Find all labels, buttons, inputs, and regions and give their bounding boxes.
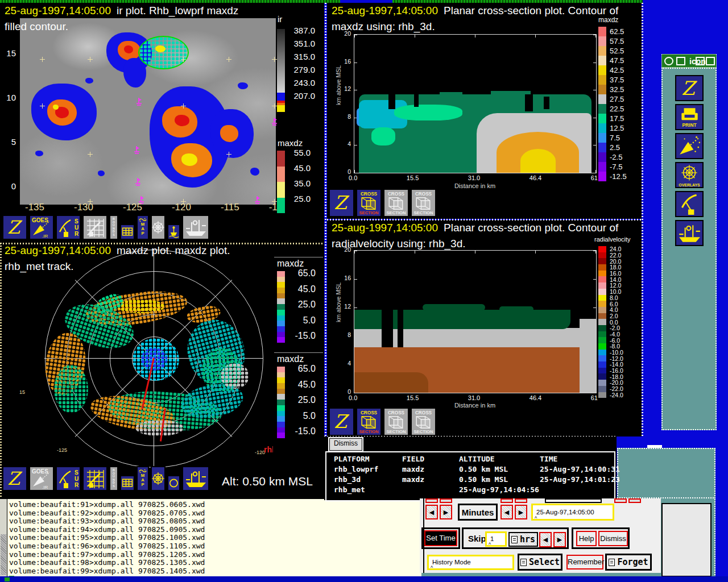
circle-button[interactable] — [167, 475, 180, 491]
colorbar-value: 22.5 — [606, 105, 624, 113]
contour-notch — [398, 310, 403, 347]
ship-button[interactable] — [675, 220, 704, 246]
colorbar-segment — [277, 411, 285, 417]
colorbar-swatch — [598, 271, 606, 277]
xsection-maxdz-plot[interactable] — [354, 34, 597, 173]
bounds-button[interactable]: BOUNDS — [109, 466, 118, 491]
remember-button[interactable]: Remember — [566, 555, 603, 569]
datetime-field[interactable]: 25-Aug-97,14:05:00 ^ — [531, 504, 614, 521]
minutes-back-button[interactable]: ◀ — [425, 505, 438, 519]
hours-units-button[interactable]: hrs — [508, 532, 538, 547]
colorbar-value: 17.5 — [606, 114, 624, 123]
zebra-button[interactable]: Z — [2, 215, 27, 240]
overlays-button[interactable]: OVERLAYS — [675, 162, 704, 188]
set-time-button[interactable]: Set Time — [424, 530, 457, 546]
ir-satellite-image[interactable] — [20, 18, 276, 205]
bounds-button[interactable]: BOUNDS — [109, 215, 118, 240]
colorbar-segment — [277, 315, 285, 321]
select-button[interactable]: Select — [518, 554, 562, 571]
colorbar-segment — [277, 427, 285, 433]
title-timestamp: 25-aug-1997,14:05:00 — [5, 244, 111, 256]
map-button[interactable]: MAP — [136, 215, 149, 240]
ppi-display[interactable]: 15 -125 -120 rhb_met — [0, 243, 273, 498]
window-menu-icon[interactable] — [664, 57, 673, 65]
xsection-radialvelocity-plot[interactable] — [354, 250, 597, 393]
window-subtitle: filled contour. — [5, 20, 68, 33]
skip-back-button[interactable]: ◀ — [539, 532, 552, 547]
cross-section-button[interactable]: CROSSSECTION — [411, 408, 436, 436]
table-cell: TIME — [540, 455, 614, 465]
ship-button[interactable] — [182, 466, 209, 491]
window-doc-icon[interactable] — [676, 57, 685, 65]
overlay-rings-button[interactable] — [151, 466, 166, 491]
zebra-icon: Z — [676, 76, 702, 100]
cross-section-button[interactable]: CROSSSECTION — [383, 408, 409, 436]
terminal-line: volume:beaufait:92>xdump.all 970825.0705… — [9, 509, 205, 518]
history-mode-field[interactable]: History Mode ^ — [427, 555, 514, 570]
colorbar-value: -7.5 — [606, 163, 622, 171]
terminal-window[interactable]: volume:beaufait:91>xdump.all 970825.0605… — [0, 498, 421, 577]
window-resize-icon[interactable] — [706, 57, 715, 65]
svg-text:SECTION: SECTION — [413, 430, 433, 435]
goes-ir-button[interactable]: GOES.IR — [29, 466, 54, 491]
skip-value-field[interactable]: 1 ^ — [485, 531, 507, 547]
radar-dish-button[interactable] — [675, 191, 704, 217]
colorbar-segment — [277, 405, 285, 411]
zebra-button[interactable]: Z — [329, 408, 354, 436]
table-cell: ALTITUDE — [459, 455, 540, 465]
icon-dock-titlebar[interactable]: icon — [661, 54, 717, 68]
svg-text:Z: Z — [7, 217, 23, 238]
overlay-rings-button[interactable] — [151, 215, 166, 240]
tick-label: 279.0 — [288, 65, 315, 78]
tick-label: 5.0 — [288, 411, 316, 427]
satellite-button[interactable] — [675, 133, 704, 159]
cross-section-button[interactable]: CROSSSECTION — [383, 189, 409, 217]
minutes-button[interactable]: Minutes — [458, 504, 498, 521]
map-button[interactable]: MAP — [136, 466, 149, 491]
colorbar-segment — [277, 151, 285, 167]
step-forward-button[interactable]: ▶ — [515, 505, 527, 519]
buoy-button[interactable] — [167, 224, 180, 240]
grid-button[interactable] — [120, 224, 135, 240]
zebra-button[interactable]: Z — [2, 466, 27, 491]
zebra-button[interactable]: Z — [675, 75, 704, 101]
window-xsection-radialvelocity: 25-aug-1997,14:05:00Planar cross-section… — [327, 220, 642, 436]
cross-section-button[interactable]: CROSSSECTION — [356, 189, 382, 217]
skip-forward-button[interactable]: ▶ — [553, 532, 566, 547]
table-dismiss-button[interactable]: Dismiss — [328, 437, 363, 452]
radar-grid-icon — [84, 467, 106, 490]
surveillance-button[interactable]: SUR — [56, 215, 81, 240]
ir-y-axis-ticks: 151050 — [1, 48, 16, 226]
dialog-dismiss-button[interactable]: Dismiss — [598, 531, 628, 546]
radar-grid-button[interactable] — [82, 466, 107, 491]
colorbar-segment — [277, 293, 285, 299]
title-text: maxdz plot. maxdz plot. — [117, 244, 230, 256]
bounds-icon: BOUNDS — [110, 216, 117, 239]
terminal-scrollbar[interactable] — [0, 499, 7, 577]
surveillance-button[interactable]: SUR — [56, 466, 81, 491]
grid-button[interactable] — [120, 475, 135, 491]
cross-section-button[interactable]: CROSSSECTION — [411, 189, 436, 217]
colorbar-segment — [277, 332, 285, 338]
goes-ir-button[interactable]: GOES.IR — [29, 215, 54, 240]
icon-dock-body: ZPRINTOVERLAYS — [661, 68, 717, 430]
colorbar-segment — [277, 321, 285, 326]
zebra-button[interactable]: Z — [329, 189, 354, 217]
radar-echo — [221, 363, 249, 389]
colorbar-value: 37.5 — [606, 76, 624, 84]
ship-button[interactable] — [182, 215, 209, 240]
cross-section-button[interactable]: CROSSSECTION — [356, 408, 382, 436]
colorbar-swatch — [598, 143, 606, 152]
forget-button[interactable]: Forget — [605, 554, 652, 571]
step-back-button[interactable]: ◀ — [500, 505, 513, 519]
help-button[interactable]: Help — [576, 531, 597, 546]
window-iconify-icon[interactable] — [696, 57, 705, 65]
radar-grid-button[interactable] — [82, 215, 107, 240]
surveillance-icon: SUR — [57, 467, 80, 490]
zebra-icon: Z — [330, 409, 353, 435]
svg-text:R: R — [75, 482, 79, 488]
colorbar-swatch — [598, 343, 606, 350]
minutes-forward-button[interactable]: ▶ — [440, 505, 452, 519]
print-button[interactable]: PRINT — [675, 104, 704, 130]
colorbar-swatch — [598, 331, 606, 338]
